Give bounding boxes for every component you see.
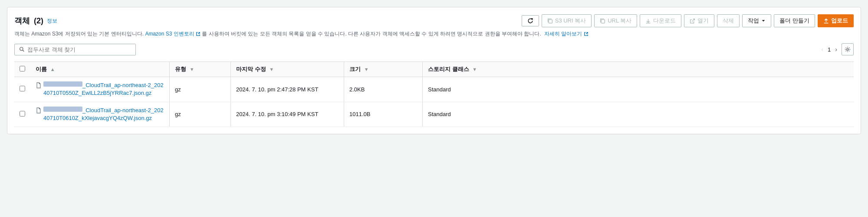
filename-blur	[43, 107, 82, 112]
page-title: 객체 (2)	[14, 16, 43, 26]
svg-rect-0	[549, 19, 552, 23]
gear-icon	[845, 46, 851, 52]
upload-icon	[823, 18, 829, 24]
svg-point-4	[20, 47, 23, 50]
objects-table: 이름 ▲ 유형 ▼ 마지막 수정 ▼ 크기 ▼	[14, 62, 854, 127]
file-size: 2.0KB	[344, 77, 422, 102]
col-header-name: 이름 ▲	[30, 62, 169, 77]
row-checkbox-0[interactable]	[20, 86, 25, 91]
next-page-button[interactable]: ›	[833, 45, 839, 54]
sort-icon-storage: ▼	[472, 67, 477, 72]
delete-button[interactable]: 삭제	[717, 14, 740, 27]
search-box[interactable]	[14, 44, 136, 55]
storage-class: Standard	[423, 102, 854, 126]
file-icon	[36, 107, 41, 113]
sort-icon-date: ▼	[269, 67, 274, 72]
svg-point-6	[847, 49, 848, 50]
inventory-link[interactable]: Amazon S3 인벤토리	[145, 31, 202, 37]
open-icon	[690, 18, 695, 24]
settings-button[interactable]	[842, 43, 854, 55]
pagination: ‹ 1 ›	[819, 43, 854, 55]
link-icon	[600, 18, 605, 24]
download-icon	[645, 18, 651, 24]
search-icon	[19, 46, 25, 52]
file-link-1[interactable]: _CloudTrail_ap-northeast-2_20240710T0610…	[36, 107, 164, 122]
search-input[interactable]	[27, 46, 131, 53]
download-button[interactable]: 다운로드	[640, 14, 681, 27]
row-checkbox-1[interactable]	[20, 111, 25, 117]
sort-icon-type: ▼	[190, 67, 194, 72]
create-folder-button[interactable]: 폴더 만들기	[774, 14, 815, 27]
chevron-down-icon	[761, 19, 766, 23]
description: 객체는 Amazon S3에 저장되어 있는 기본 엔터티입니다. Amazon…	[14, 30, 854, 38]
col-header-type: 유형 ▼	[170, 62, 230, 77]
open-button[interactable]: 열기	[684, 14, 714, 27]
copy-icon	[547, 18, 553, 24]
select-all-checkbox[interactable]	[20, 66, 25, 71]
toolbar: S3 URI 복사 URL 복사 다운로드 열기	[522, 14, 854, 27]
sort-asc-icon: ▲	[50, 67, 55, 72]
sort-icon-size: ▼	[364, 67, 369, 72]
col-header-size: 크기 ▼	[344, 62, 422, 77]
external-link-icon-2	[584, 32, 589, 36]
file-type: gz	[170, 77, 230, 102]
file-icon	[36, 82, 41, 88]
file-size: 1011.0B	[344, 102, 422, 126]
filename-blur	[43, 81, 82, 87]
table-row: _CloudTrail_ap-northeast-2_20240710T0550…	[14, 77, 854, 102]
page-number: 1	[828, 46, 831, 53]
search-pagination-row: ‹ 1 ›	[14, 43, 854, 55]
action-button[interactable]: 작업	[742, 14, 771, 27]
col-header-date: 마지막 수정 ▼	[231, 62, 344, 77]
s3-uri-copy-button[interactable]: S3 URI 복사	[542, 14, 592, 27]
url-copy-button[interactable]: URL 복사	[594, 14, 637, 27]
refresh-icon	[527, 18, 533, 24]
svg-rect-1	[601, 19, 605, 23]
last-modified: 2024. 7. 10. pm 2:47:28 PM KST	[231, 77, 344, 102]
file-link-0[interactable]: _CloudTrail_ap-northeast-2_20240710T0550…	[36, 81, 164, 97]
external-link-icon	[196, 32, 201, 36]
last-modified: 2024. 7. 10. pm 3:10:49 PM KST	[231, 102, 344, 126]
learn-more-link[interactable]: 자세히 알아보기	[544, 31, 589, 37]
file-type: gz	[170, 102, 230, 126]
storage-class: Standard	[423, 77, 854, 102]
info-link[interactable]: 정보	[47, 17, 57, 25]
upload-button[interactable]: 업로드	[818, 14, 854, 27]
svg-line-5	[23, 50, 24, 52]
prev-page-button[interactable]: ‹	[819, 45, 825, 54]
col-header-storage: 스토리지 클래스 ▼	[423, 62, 854, 77]
refresh-button[interactable]	[522, 15, 539, 26]
table-row: _CloudTrail_ap-northeast-2_20240710T0610…	[14, 102, 854, 126]
